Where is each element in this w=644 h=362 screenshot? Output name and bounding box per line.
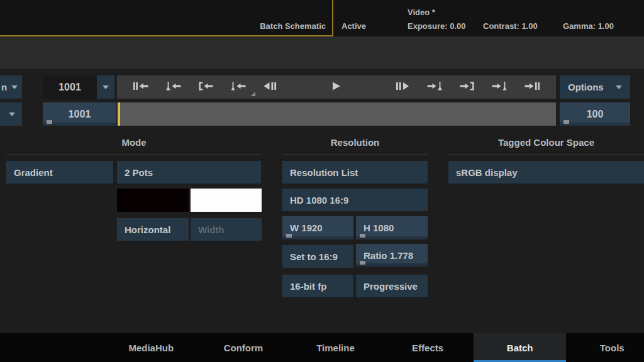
secondary-toolbar-strip	[0, 36, 644, 69]
view-mode-label[interactable]: Batch Schematic	[0, 21, 326, 31]
pots-count-button[interactable]: 2 Pots	[117, 161, 261, 184]
step-forward-icon	[396, 82, 409, 92]
tab-tools[interactable]: Tools	[566, 333, 644, 362]
tab-mediahub[interactable]: MediaHub	[105, 333, 197, 362]
chevron-down-icon	[616, 85, 622, 89]
tab-batch[interactable]: Batch	[474, 333, 566, 362]
step-backward-icon	[264, 82, 277, 92]
clip-selector-dropdown[interactable]: n	[0, 75, 22, 99]
gradient-type-button[interactable]: Gradient	[6, 161, 113, 184]
contrast-value[interactable]: Contrast: 1.00	[483, 21, 538, 31]
gradient-direction-button[interactable]: Horizontal	[117, 218, 189, 241]
previous-marker-icon	[166, 82, 181, 92]
next-cut-icon	[460, 82, 475, 92]
frame-mode-dropdown[interactable]	[97, 75, 114, 99]
jump-to-end-button[interactable]	[518, 75, 546, 99]
colour-space-section-title: Tagged Colour Space	[448, 137, 644, 151]
tab-conform[interactable]: Conform	[197, 333, 290, 362]
exposure-value[interactable]: Exposure: 0.00	[408, 21, 466, 31]
previous-keyframe-button[interactable]	[225, 75, 252, 99]
transport-controls	[117, 75, 556, 99]
options-button[interactable]: Options	[560, 75, 630, 99]
scan-mode-button[interactable]: Progressive	[356, 275, 428, 297]
gold-accent-right-line	[332, 0, 333, 36]
timeline-positioner[interactable]	[117, 102, 556, 126]
set-to-ratio-button[interactable]: Set to 16:9	[282, 245, 353, 268]
jump-to-start-icon	[133, 82, 148, 92]
previous-keyframe-icon	[231, 82, 246, 92]
playhead-indicator[interactable]	[118, 102, 120, 126]
next-keyframe-button[interactable]	[421, 75, 448, 99]
mode-section-divider	[6, 155, 262, 155]
next-marker-button[interactable]	[486, 75, 513, 99]
chevron-down-icon	[11, 85, 18, 89]
chevron-down-icon	[9, 112, 15, 116]
jump-to-start-button[interactable]	[127, 75, 155, 99]
top-status-bar: Batch Schematic Active Video * Exposure:…	[0, 0, 644, 36]
step-forward-button[interactable]	[389, 75, 416, 99]
start-frame-field[interactable]: 1001	[43, 102, 116, 126]
gradient-start-colour-pot[interactable]	[117, 189, 189, 212]
options-label: Options	[568, 82, 604, 92]
status-active-label: Active	[341, 21, 366, 31]
width-field[interactable]: W 1920	[282, 216, 353, 239]
channel-label: Video *	[408, 8, 435, 17]
range-selector-dropdown[interactable]	[0, 102, 22, 126]
application-tab-bar: MediaHub Conform Timeline Effects Batch …	[0, 333, 644, 362]
colour-space-section-divider	[448, 155, 644, 155]
bit-depth-button[interactable]: 16-bit fp	[282, 275, 353, 297]
resolution-preset-button[interactable]: HD 1080 16:9	[282, 189, 428, 211]
aspect-ratio-field[interactable]: Ratio 1.778	[356, 244, 428, 266]
play-icon	[331, 82, 341, 92]
gradient-width-button: Width	[191, 218, 262, 241]
gamma-value[interactable]: Gamma: 1.00	[563, 21, 614, 31]
previous-marker-button[interactable]	[160, 75, 187, 99]
previous-cut-icon	[198, 82, 213, 92]
chevron-down-icon	[103, 85, 109, 89]
flame-batch-screen: Batch Schematic Active Video * Exposure:…	[0, 0, 644, 362]
tab-bar-spacer	[0, 333, 105, 362]
next-cut-button[interactable]	[453, 75, 481, 99]
resolution-section-title: Resolution	[282, 137, 428, 151]
duration-field[interactable]: 100	[560, 102, 630, 126]
gradient-end-colour-pot[interactable]	[191, 189, 262, 212]
resolution-section-divider	[282, 155, 428, 155]
resolution-list-button[interactable]: Resolution List	[282, 161, 428, 184]
height-field[interactable]: H 1080	[356, 216, 428, 239]
mode-section-title: Mode	[6, 137, 262, 151]
tagged-colour-space-button[interactable]: sRGB display	[448, 161, 644, 184]
current-frame-display[interactable]: 1001	[43, 75, 97, 99]
next-keyframe-icon	[427, 82, 442, 92]
jump-to-end-icon	[525, 82, 540, 92]
tab-timeline[interactable]: Timeline	[289, 333, 382, 362]
play-popup-corner-icon	[251, 92, 255, 96]
clip-selector-label: n	[1, 82, 7, 92]
previous-cut-button[interactable]	[192, 75, 219, 99]
tab-effects[interactable]: Effects	[382, 333, 474, 362]
tab-batch-label: Batch	[507, 343, 533, 353]
step-backward-button[interactable]	[257, 75, 284, 99]
next-marker-icon	[492, 82, 507, 92]
play-button[interactable]	[289, 75, 384, 99]
